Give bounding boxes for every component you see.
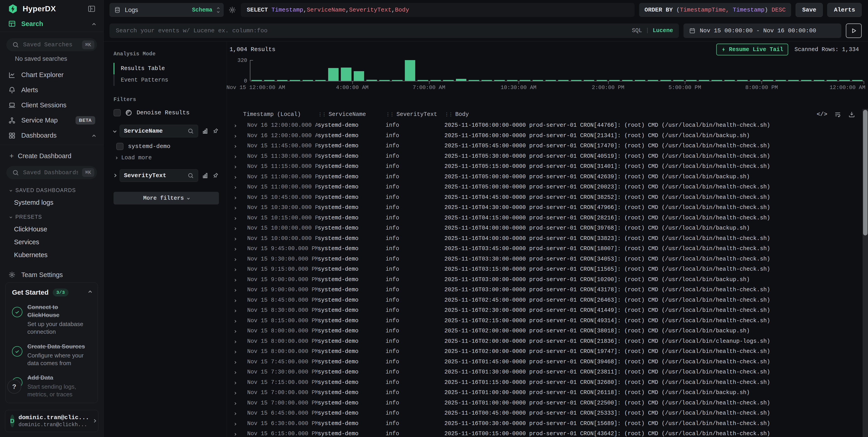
column-header-body[interactable]: ⋮⋮ Body xyxy=(444,111,868,118)
help-button[interactable]: ? xyxy=(7,380,21,394)
table-row[interactable]: Nov 15 9:00:00.000 PM systemd-demo info … xyxy=(227,274,868,285)
lucene-language-toggle[interactable]: Lucene xyxy=(653,27,673,34)
select-columns-input[interactable]: SELECT Timestamp,ServiceName,SeverityTex… xyxy=(241,3,634,17)
date-range-picker[interactable]: Nov 15 00:00:00 - Nov 16 00:00:00 xyxy=(683,24,841,38)
servicename-filter-search[interactable]: ServiceName xyxy=(120,125,198,137)
column-header-timestamp[interactable]: Timestamp (Local) xyxy=(243,111,318,118)
chevron-up-icon[interactable] xyxy=(89,290,91,295)
saved-dashboards-input[interactable] xyxy=(23,169,79,176)
table-row[interactable]: Nov 15 10:00:00.000 PM systemd-demo info… xyxy=(227,233,868,244)
collapse-sidebar-icon[interactable] xyxy=(88,5,96,13)
chevron-up-icon[interactable] xyxy=(93,132,95,139)
tab-event-patterns[interactable]: Event Patterns xyxy=(114,74,219,86)
facet-checkbox[interactable] xyxy=(116,143,123,150)
get-started-step[interactable]: Create Data Sources Configure where your… xyxy=(12,342,91,367)
table-row[interactable]: Nov 15 8:45:00.000 PM systemd-demo info … xyxy=(227,295,868,305)
expand-row-icon[interactable] xyxy=(234,328,243,334)
user-menu[interactable]: D dominic.tran@clic... dominic.tran@clic… xyxy=(5,410,98,432)
presets-section-header[interactable]: PRESETS xyxy=(0,209,103,223)
drag-handle-icon[interactable]: ⋮⋮ xyxy=(385,112,394,117)
get-started-step[interactable]: Add Data Start sending logs, metrics, or… xyxy=(12,374,91,398)
column-header-severitytext[interactable]: ⋮⋮ SeverityText xyxy=(385,111,444,118)
sidebar-item-service-map[interactable]: Service Map BETA xyxy=(0,113,103,128)
run-query-button[interactable] xyxy=(846,24,862,38)
expand-row-icon[interactable] xyxy=(234,420,243,427)
table-row[interactable]: Nov 15 6:45:00.000 PM systemd-demo info … xyxy=(227,408,868,418)
chevron-up-icon[interactable] xyxy=(93,20,95,28)
preset-dashboard-item[interactable]: Services xyxy=(0,236,103,248)
table-row[interactable]: Nov 15 7:00:00.000 PM systemd-demo info … xyxy=(227,388,868,398)
expand-row-icon[interactable] xyxy=(234,142,243,149)
resume-live-tail-button[interactable]: Resume Live Tail xyxy=(716,44,788,55)
table-row[interactable]: Nov 15 8:00:00.000 PM systemd-demo info … xyxy=(227,326,868,336)
table-row[interactable]: Nov 15 10:30:00.000 PM systemd-demo info… xyxy=(227,202,868,213)
preset-dashboard-item[interactable]: Kubernetes xyxy=(0,248,103,262)
more-filters-button[interactable]: More filters xyxy=(114,192,219,204)
expand-row-icon[interactable] xyxy=(234,173,243,180)
expand-row-icon[interactable] xyxy=(234,184,243,190)
table-row[interactable]: Nov 15 11:30:00.000 PM systemd-demo info… xyxy=(227,151,868,162)
drag-handle-icon[interactable]: ⋮⋮ xyxy=(318,112,326,117)
scrollbar-thumb[interactable] xyxy=(863,110,868,235)
sidebar-item-chart-explorer[interactable]: Chart Explorer xyxy=(0,67,103,82)
expand-row-icon[interactable] xyxy=(234,153,243,160)
order-by-input[interactable]: ORDER BY (TimestampTime, Timestamp) DESC xyxy=(639,3,791,17)
expand-row-icon[interactable] xyxy=(234,245,243,252)
table-row[interactable]: Nov 15 9:00:00.000 PM systemd-demo info … xyxy=(227,285,868,295)
table-row[interactable]: Nov 15 7:15:00.000 PM systemd-demo info … xyxy=(227,377,868,388)
expand-row-icon[interactable] xyxy=(234,317,243,324)
facet-row-systemd-demo[interactable]: systemd-demo xyxy=(116,143,219,150)
table-row[interactable]: Nov 15 10:00:00.000 PM systemd-demo info… xyxy=(227,223,868,233)
table-row[interactable]: Nov 15 7:30:00.000 PM systemd-demo info … xyxy=(227,367,868,377)
wrap-lines-icon[interactable] xyxy=(834,111,841,118)
save-button[interactable]: Save xyxy=(796,3,823,17)
sidebar-item-team-settings[interactable]: Team Settings xyxy=(0,267,103,282)
saved-searches-input[interactable] xyxy=(23,41,79,48)
expand-row-icon[interactable] xyxy=(234,225,243,231)
table-row[interactable]: Nov 15 8:30:00.000 PM systemd-demo info … xyxy=(227,305,868,316)
table-row[interactable]: Nov 15 11:00:00.000 PM systemd-demo info… xyxy=(227,172,868,182)
pin-icon[interactable] xyxy=(212,128,219,134)
expand-row-icon[interactable] xyxy=(234,256,243,262)
expand-row-icon[interactable] xyxy=(234,307,243,314)
table-row[interactable]: Nov 15 8:15:00.000 PM systemd-demo info … xyxy=(227,316,868,326)
expand-row-icon[interactable] xyxy=(234,389,243,396)
chart-facet-icon[interactable] xyxy=(202,128,209,134)
saved-searches-search[interactable]: ⌘K xyxy=(6,38,97,51)
get-started-step[interactable]: Connect to ClickHouse Set up your databa… xyxy=(12,303,91,336)
denoise-label[interactable]: Denoise Results xyxy=(136,109,189,116)
sidebar-item-dashboards[interactable]: Dashboards xyxy=(0,128,103,143)
table-row[interactable]: Nov 15 11:45:00.000 PM systemd-demo info… xyxy=(227,141,868,151)
create-dashboard-button[interactable]: + Create Dashboard xyxy=(0,147,103,162)
scrollbar-track[interactable] xyxy=(863,109,868,437)
expand-row-icon[interactable] xyxy=(234,379,243,386)
severitytext-filter-search[interactable]: SeverityText xyxy=(120,169,198,182)
expand-row-icon[interactable] xyxy=(234,431,243,437)
table-row[interactable]: Nov 16 12:00:00.000 AM systemd-demo info… xyxy=(227,120,868,131)
denoise-checkbox[interactable] xyxy=(114,109,121,116)
preset-dashboard-item[interactable]: ClickHouse xyxy=(0,223,103,236)
expand-row-icon[interactable] xyxy=(234,338,243,345)
expand-row-icon[interactable] xyxy=(234,276,243,283)
table-row[interactable]: Nov 15 9:30:00.000 PM systemd-demo info … xyxy=(227,254,868,264)
source-settings-gear-icon[interactable] xyxy=(228,6,236,14)
expand-row-icon[interactable] xyxy=(234,204,243,211)
table-row[interactable]: Nov 15 8:00:00.000 PM systemd-demo info … xyxy=(227,346,868,357)
event-search-input[interactable] xyxy=(115,27,628,34)
sidebar-item-search[interactable]: Search xyxy=(0,18,103,30)
table-row[interactable]: Nov 16 12:00:00.000 AM systemd-demo info… xyxy=(227,131,868,141)
expand-row-icon[interactable] xyxy=(234,369,243,375)
load-more-button[interactable]: Load more xyxy=(115,155,219,161)
expand-row-icon[interactable] xyxy=(234,287,243,293)
get-started-header[interactable]: Get Started 3/3 xyxy=(12,289,91,297)
sidebar-item-alerts[interactable]: Alerts xyxy=(0,82,103,98)
drag-handle-icon[interactable]: ⋮⋮ xyxy=(444,112,453,117)
expand-row-icon[interactable] xyxy=(234,348,243,355)
expand-row-icon[interactable] xyxy=(234,410,243,416)
saved-dashboards-search[interactable]: ⌘K xyxy=(6,166,97,179)
chevron-right-icon[interactable] xyxy=(114,173,116,178)
table-row[interactable]: Nov 15 7:00:00.000 PM systemd-demo info … xyxy=(227,398,868,408)
table-row[interactable]: Nov 15 11:00:00.000 PM systemd-demo info… xyxy=(227,182,868,192)
sidebar-item-client-sessions[interactable]: Client Sessions xyxy=(0,98,103,113)
download-icon[interactable] xyxy=(848,111,855,118)
